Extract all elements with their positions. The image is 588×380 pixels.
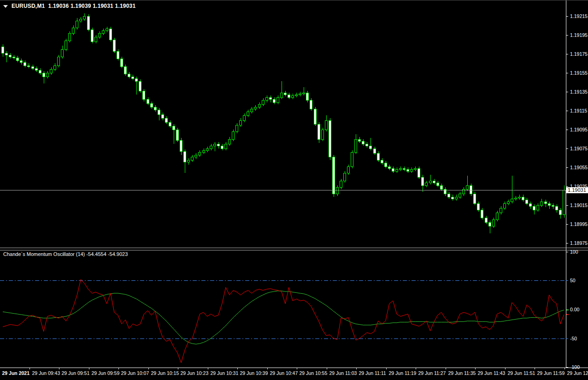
time-tick-label: 29 Jun 11:27 (418, 370, 446, 376)
price-tick-label: 1.19215 (570, 13, 588, 19)
candle-body (210, 146, 212, 148)
price-tick-label: 1.19095 (570, 127, 588, 132)
time-tick-label: 29 Jun 11:19 (389, 370, 417, 376)
candle-body (188, 160, 190, 162)
candle-body (225, 144, 227, 148)
price-tick-label: 1.18995 (570, 221, 588, 227)
candle-body (314, 109, 317, 124)
candle-body (318, 124, 320, 139)
candle-body (47, 73, 49, 77)
candle-body (236, 125, 238, 131)
candle-body (518, 197, 521, 198)
time-tick-label: 29 Jun 11:51 (508, 370, 535, 376)
candle-body (99, 33, 101, 37)
candle-body (128, 74, 130, 77)
candle-body (437, 183, 439, 185)
candle-body (504, 203, 506, 208)
candle-body (452, 197, 454, 199)
candle-body (61, 49, 64, 57)
candle-body (80, 19, 82, 21)
candle-body (147, 99, 149, 103)
time-tick-label: 29 Jun 11:59 (537, 370, 565, 376)
candle-body (414, 168, 417, 169)
candle-body (493, 220, 495, 226)
candle-body (533, 206, 535, 210)
indicator-value-2: -54.9023 (108, 251, 128, 257)
candle-body (392, 168, 394, 171)
candle-body (370, 146, 372, 148)
candle-body (359, 139, 361, 141)
price-tick-label: 1.19015 (570, 202, 588, 208)
candle-body (13, 57, 15, 58)
candle-body (407, 169, 409, 171)
time-tick-label: 29 Jun 09:59 (92, 370, 120, 376)
candle-body (329, 120, 331, 157)
chart-window: 1.192151.191951.191751.191551.191351.191… (0, 0, 588, 380)
candle-body (206, 148, 209, 150)
candle-body (262, 100, 265, 104)
candle-body (121, 59, 123, 66)
price-tick-label: 1.18975 (570, 240, 588, 246)
candle-body (117, 51, 119, 59)
time-tick-label: 29 Jun 10:55 (300, 370, 328, 376)
time-tick-label: 29 Jun 11:43 (478, 370, 506, 376)
candle-body (411, 169, 413, 171)
candle-body (154, 107, 157, 110)
oscillator-tick-label: -50 (570, 336, 577, 341)
oscillator-current-marker (566, 309, 569, 310)
candle-body (485, 218, 488, 222)
candle-body (303, 93, 305, 94)
candle-body (374, 148, 376, 153)
candle-body (110, 29, 112, 40)
candle-body (292, 95, 294, 97)
ohlc-close: 1.19031 (115, 3, 136, 9)
signal-line (3, 291, 564, 344)
candle-body (35, 68, 38, 70)
candle-body (388, 166, 391, 168)
time-tick-label: 29 Jun 10:47 (270, 370, 298, 376)
candle-body (281, 93, 283, 97)
candle-body (6, 53, 8, 55)
candle-body (106, 29, 108, 30)
candle-body (481, 210, 483, 218)
candle-body (266, 97, 268, 100)
symbol-dropdown-icon[interactable] (3, 5, 8, 8)
candle-body (511, 199, 513, 202)
candle-body (333, 157, 335, 194)
time-tick-label: 29 Jun 11:03 (329, 370, 357, 376)
time-tick-label: 29 Jun 09:43 (32, 370, 60, 376)
candle-body (135, 78, 138, 81)
candle-body (489, 222, 491, 226)
candle-body (448, 194, 450, 197)
candle-body (526, 200, 528, 203)
candle-body (199, 152, 201, 155)
candle-body (158, 110, 160, 114)
chart-header: EURUSD,M1 1.19036 1.19039 1.19031 1.1903… (3, 3, 135, 9)
candle-body (88, 16, 90, 30)
oscillator-tick-label: -100 (570, 364, 580, 370)
candle-body (69, 33, 71, 41)
candle-body (545, 202, 547, 203)
candle-body (344, 173, 346, 181)
candle-body (191, 157, 194, 160)
candle-body (76, 21, 78, 28)
oscillator-tick-label: 0.00 (570, 307, 580, 312)
price-tick-label: 1.19055 (570, 165, 588, 170)
candle-body (180, 140, 182, 151)
candle-body (251, 109, 253, 112)
candle-body (173, 126, 175, 130)
candle-body (95, 37, 97, 42)
candle-body (366, 144, 368, 146)
candle-body (28, 65, 30, 66)
candle-body (459, 194, 461, 197)
candle-body (470, 185, 472, 194)
oscillator-axis-group: 100500.00-50-100 (566, 249, 580, 370)
candle-body (162, 114, 164, 118)
candle-body (50, 69, 53, 73)
candle-body (243, 115, 246, 120)
candle-body (229, 139, 231, 144)
candle-body (195, 155, 197, 157)
candle-body (396, 169, 398, 171)
price-tick-label: 1.19135 (570, 89, 588, 95)
candle-body (563, 190, 565, 214)
